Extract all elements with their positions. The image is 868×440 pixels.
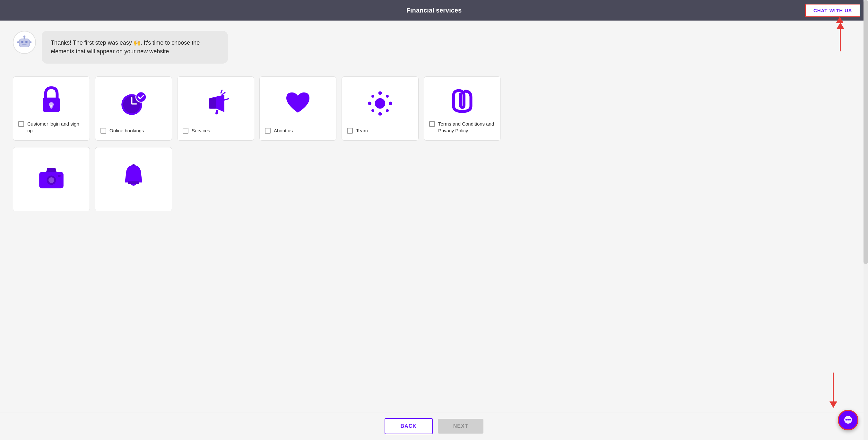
- empty-card-5: [342, 147, 418, 211]
- card-about-us[interactable]: About us: [259, 77, 336, 141]
- svg-rect-10: [50, 105, 52, 109]
- svg-line-17: [224, 98, 228, 100]
- scrollbar-thumb[interactable]: [864, 0, 868, 264]
- svg-line-18: [221, 90, 222, 93]
- svg-rect-2: [25, 41, 27, 43]
- megaphone-icon: [201, 89, 230, 118]
- arrow-down-indicator: [830, 373, 837, 408]
- scrollbar[interactable]: [864, 0, 868, 440]
- svg-rect-1: [21, 41, 23, 43]
- heart-icon: [283, 89, 312, 118]
- card-icon-area-heart: [265, 85, 331, 122]
- card-gallery[interactable]: [13, 147, 90, 211]
- svg-point-26: [389, 101, 392, 105]
- next-button: NEXT: [438, 419, 484, 434]
- cards-grid-row2: [13, 147, 501, 211]
- empty-card-4: [259, 147, 336, 211]
- clock-check-icon: [119, 89, 148, 118]
- svg-point-23: [378, 91, 382, 95]
- camera-icon: [37, 163, 66, 192]
- bot-message-row: Thanks! The first step was easy 🙌. It's …: [13, 31, 501, 64]
- checkbox-terms[interactable]: [429, 121, 435, 127]
- svg-point-22: [375, 98, 385, 108]
- bot-avatar: [13, 31, 36, 54]
- card-label-terms: Terms and Conditions and Privacy Policy: [438, 120, 495, 134]
- paperclip-icon: [448, 85, 477, 114]
- svg-point-28: [386, 95, 389, 98]
- back-button[interactable]: BACK: [384, 418, 433, 434]
- svg-rect-35: [128, 181, 139, 184]
- svg-point-39: [847, 419, 849, 421]
- svg-rect-34: [58, 175, 61, 177]
- chat-fab-button[interactable]: [838, 410, 858, 430]
- cards-grid-row1: Customer login and sign up Online bookin…: [13, 77, 501, 141]
- card-services[interactable]: Services: [177, 77, 254, 141]
- card-customer-login[interactable]: Customer login and sign up: [13, 77, 90, 141]
- card-icon-area-megaphone: [183, 85, 249, 122]
- card-icon-area-paperclip: [429, 85, 495, 115]
- svg-rect-0: [19, 39, 30, 47]
- svg-point-27: [371, 95, 374, 98]
- svg-rect-3: [23, 44, 27, 45]
- card-terms[interactable]: Terms and Conditions and Privacy Policy: [424, 77, 501, 141]
- card-label-row-megaphone: Services: [183, 127, 249, 134]
- chat-with-us-button[interactable]: CHAT WITH US: [805, 4, 860, 17]
- svg-point-15: [136, 92, 146, 102]
- svg-point-24: [378, 112, 382, 116]
- card-label-team: Team: [356, 127, 368, 134]
- bot-bubble: Thanks! The first step was easy 🙌. It's …: [42, 31, 228, 64]
- chat-fab-icon: [843, 415, 853, 425]
- card-icon-area-sun: [347, 85, 413, 122]
- svg-point-40: [849, 419, 851, 421]
- card-label-about-us: About us: [274, 127, 293, 134]
- card-notifications[interactable]: [95, 147, 172, 211]
- svg-point-29: [371, 109, 374, 112]
- checkbox-customer-login[interactable]: [18, 121, 24, 127]
- svg-point-30: [386, 109, 389, 112]
- card-label-row-paperclip: Terms and Conditions and Privacy Policy: [429, 120, 495, 134]
- page-title: Financial services: [406, 7, 462, 14]
- checkbox-about-us[interactable]: [265, 128, 271, 134]
- bottom-nav: BACK NEXT: [0, 412, 868, 440]
- sun-icon: [366, 89, 395, 118]
- robot-icon: [17, 35, 32, 50]
- card-label-online-bookings: Online bookings: [110, 127, 144, 134]
- checkbox-team[interactable]: [347, 128, 353, 134]
- svg-rect-6: [17, 41, 19, 43]
- card-team[interactable]: Team: [342, 77, 418, 141]
- lock-icon: [37, 85, 66, 114]
- card-label-row-clock: Online bookings: [100, 127, 166, 134]
- svg-point-38: [845, 419, 847, 421]
- bell-icon: [119, 163, 148, 192]
- card-label-row-heart: About us: [265, 127, 331, 134]
- bot-message-text: Thanks! The first step was easy 🙌. It's …: [51, 39, 200, 55]
- card-label-customer-login: Customer login and sign up: [27, 120, 85, 134]
- card-icon-area-camera: [18, 155, 85, 200]
- card-label-services: Services: [192, 127, 210, 134]
- card-icon-area-bell: [100, 155, 166, 200]
- card-icon-area-clock: [100, 85, 166, 122]
- empty-card-3: [177, 147, 254, 211]
- card-label-row-sun: Team: [347, 127, 413, 134]
- svg-rect-14: [131, 104, 137, 105]
- checkbox-services[interactable]: [183, 128, 188, 134]
- main-content: Thanks! The first step was easy 🙌. It's …: [0, 21, 514, 250]
- empty-card-6: [424, 147, 501, 211]
- svg-rect-21: [215, 110, 219, 115]
- card-online-bookings[interactable]: Online bookings: [95, 77, 172, 141]
- svg-point-25: [368, 101, 371, 105]
- svg-line-16: [222, 92, 225, 94]
- card-label-row-lock: Customer login and sign up: [18, 120, 85, 134]
- svg-rect-13: [131, 97, 132, 104]
- checkbox-online-bookings[interactable]: [100, 128, 106, 134]
- top-bar: Financial services CHAT WITH US: [0, 0, 868, 21]
- svg-point-5: [24, 35, 25, 37]
- svg-point-33: [49, 177, 54, 183]
- svg-rect-7: [30, 41, 31, 43]
- svg-rect-36: [132, 164, 134, 166]
- svg-rect-20: [209, 98, 216, 108]
- card-icon-area-lock: [18, 85, 85, 115]
